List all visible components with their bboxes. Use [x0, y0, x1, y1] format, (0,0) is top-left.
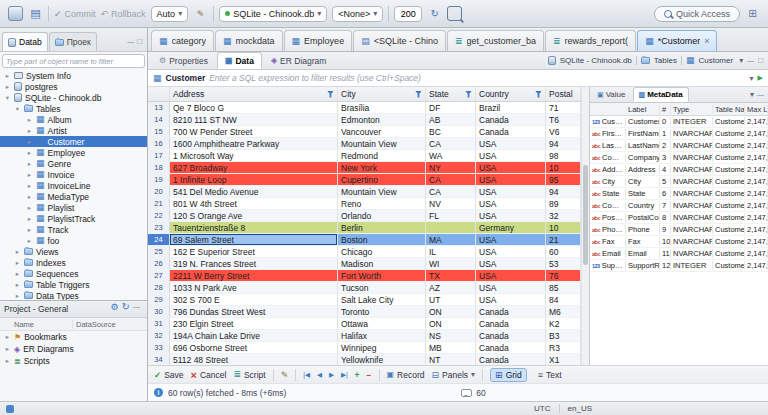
metadata-table-name[interactable]: Customer [713, 261, 745, 270]
editor-tab[interactable]: category [151, 30, 214, 51]
grid-view-toggle[interactable]: Grid [490, 368, 527, 382]
cell-state[interactable]: NY [426, 162, 476, 173]
row-number[interactable]: 24 [148, 234, 170, 245]
metadata-table-name[interactable]: Customer [713, 177, 745, 186]
cell-city[interactable]: Fort Worth [338, 270, 426, 281]
metadata-row[interactable]: Address Address 4 NVARCHAR Customer 2,14… [590, 164, 768, 176]
table-row[interactable]: 29 302 S 700 E Salt Lake City UT USA 84 [148, 294, 581, 306]
cell-address[interactable]: 801 W 4th Street [170, 198, 338, 209]
metadata-table-name[interactable]: Customer [713, 237, 745, 246]
metadata-max-length[interactable]: 2,147,483,647 [745, 129, 768, 138]
cell-address[interactable]: 120 S Orange Ave [170, 210, 338, 221]
metadata-type[interactable]: NVARCHAR [671, 201, 713, 210]
cell-country[interactable]: Canada [476, 126, 546, 137]
filter-icon[interactable] [465, 91, 472, 98]
database-select[interactable]: <None> [332, 6, 383, 22]
cell-address[interactable]: 627 Broadway [170, 162, 338, 173]
table-row[interactable]: 30 796 Dundas Street West Toronto ON Can… [148, 306, 581, 318]
cell-postal[interactable]: 84 [546, 294, 581, 305]
cell-country[interactable]: Canada [476, 114, 546, 125]
cell-postal[interactable]: 32 [546, 210, 581, 221]
cell-address[interactable]: 696 Osborne Street [170, 342, 338, 353]
prev-row-icon[interactable] [317, 371, 322, 379]
tree-item[interactable]: ▸ Genre [0, 158, 147, 169]
column-header-country[interactable]: Country [476, 87, 546, 101]
chevron-down-icon[interactable] [750, 90, 754, 99]
cell-country[interactable]: USA [476, 258, 546, 269]
cell-state[interactable]: IL [426, 246, 476, 257]
tree-expander-icon[interactable]: ▸ [4, 357, 11, 365]
cell-country[interactable]: Brazil [476, 102, 546, 113]
metadata-max-length[interactable]: 2,147,483,647 [745, 201, 768, 210]
tab-metadata[interactable]: MetaData [633, 87, 689, 102]
cell-country[interactable]: Germany [476, 222, 546, 233]
new-sql-editor-icon[interactable] [28, 6, 43, 21]
next-row-icon[interactable] [329, 371, 334, 379]
cell-postal[interactable]: X1 [546, 354, 581, 365]
tree-expander-icon[interactable]: ▸ [4, 345, 11, 353]
scrollbar-thumb[interactable] [583, 165, 588, 265]
tree-item[interactable]: ▸ Sequences [0, 268, 147, 279]
metadata-label[interactable]: State [626, 189, 660, 198]
table-row[interactable]: 31 230 Elgin Street Ottawa ON Canada K2 [148, 318, 581, 330]
cell-postal[interactable]: 53 [546, 258, 581, 269]
metadata-label[interactable]: Fax [626, 237, 660, 246]
cell-state[interactable]: DF [426, 102, 476, 113]
cell-address[interactable]: 1 Infinite Loop [170, 174, 338, 185]
cell-address[interactable]: 69 Salem Street [170, 234, 338, 245]
metadata-ordinal[interactable]: 8 [660, 213, 671, 222]
cell-postal[interactable]: R3 [546, 342, 581, 353]
metadata-max-length[interactable]: 2,147,483,647 [745, 261, 768, 270]
cell-address[interactable]: 162 E Superior Street [170, 246, 338, 257]
cell-postal[interactable]: 89 [546, 198, 581, 209]
rollback-button[interactable]: Rollback [101, 9, 146, 19]
table-row[interactable]: 21 801 W 4th Street Reno NV USA 89 [148, 198, 581, 210]
row-number[interactable]: 27 [148, 270, 170, 281]
metadata-label[interactable]: PostalCode [626, 213, 660, 222]
cell-postal[interactable]: 71 [546, 102, 581, 113]
record-toggle[interactable]: Record [387, 370, 425, 380]
tree-item[interactable]: ▸ Employee [0, 147, 147, 158]
cell-postal[interactable]: 85 [546, 282, 581, 293]
cell-city[interactable]: Redmond [338, 150, 426, 161]
tree-expander-icon[interactable]: ▸ [26, 182, 33, 190]
minimize-icon[interactable] [127, 37, 134, 46]
metadata-ordinal[interactable]: 1 [660, 129, 671, 138]
tree-item[interactable]: ▸ Album [0, 114, 147, 125]
last-row-icon[interactable] [341, 371, 348, 379]
metadata-max-length[interactable]: 2,147,483,647 [745, 177, 768, 186]
metadata-type[interactable]: NVARCHAR [671, 141, 713, 150]
add-row-icon[interactable] [355, 370, 360, 380]
sql-filter-input[interactable] [209, 71, 745, 85]
tree-item[interactable]: ▸ Views [0, 246, 147, 257]
metadata-table-name[interactable]: Customer [713, 225, 745, 234]
tree-item[interactable]: ▸ PlaylistTrack [0, 213, 147, 224]
tree-item[interactable]: ▸ Track [0, 224, 147, 235]
cell-postal[interactable]: 60 [546, 246, 581, 257]
metadata-ordinal[interactable]: 12 [660, 261, 671, 270]
cell-country[interactable]: USA [476, 246, 546, 257]
cell-postal[interactable]: 10 [546, 162, 581, 173]
tree-expander-icon[interactable]: ▸ [4, 83, 11, 91]
metadata-table-name[interactable]: Customer [713, 129, 745, 138]
tree-expander-icon[interactable]: ▸ [14, 259, 21, 267]
cell-city[interactable]: Winnipeg [338, 342, 426, 353]
cell-state[interactable]: ON [426, 318, 476, 329]
tree-item[interactable]: ▸ Table Triggers [0, 279, 147, 290]
cell-postal[interactable]: B3 [546, 330, 581, 341]
table-row[interactable]: 23 Tauentzienstraße 8 Berlin Germany 10 [148, 222, 581, 234]
metadata-table-name[interactable]: Customer [713, 201, 745, 210]
tree-item[interactable]: ▸ Indexes [0, 257, 147, 268]
cell-postal[interactable]: V6 [546, 126, 581, 137]
tree-expander-icon[interactable]: ▸ [26, 226, 33, 234]
minimize-icon[interactable] [757, 91, 764, 98]
cell-city[interactable]: Salt Lake City [338, 294, 426, 305]
column-header-datasource[interactable]: DataSource [72, 320, 147, 329]
metadata-ordinal[interactable]: 5 [660, 177, 671, 186]
metadata-ordinal[interactable]: 0 [660, 117, 671, 126]
tree-expander-icon[interactable]: ▸ [26, 160, 33, 168]
row-number[interactable]: 21 [148, 198, 170, 209]
metadata-column-maxlen[interactable]: Max Len [745, 105, 768, 114]
cell-country[interactable]: USA [476, 174, 546, 185]
cancel-button[interactable]: Cancel [191, 369, 227, 381]
